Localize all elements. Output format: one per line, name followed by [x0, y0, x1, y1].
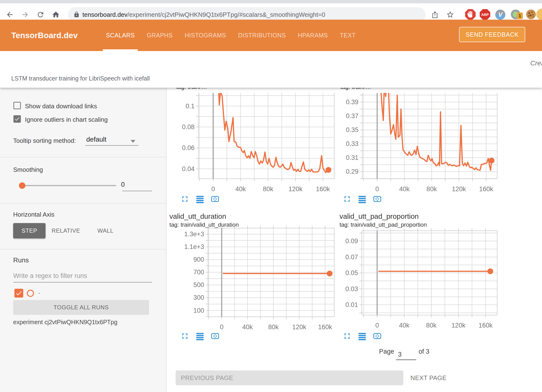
refresh-icon[interactable]: [36, 11, 45, 19]
chart-bl-title: valid_utt_duration: [169, 212, 226, 220]
run-color-swatch[interactable]: [27, 290, 34, 297]
show-download-links-checkbox[interactable]: [13, 102, 21, 109]
toggle-y-axis-icon[interactable]: [358, 195, 367, 204]
svg-text:0.05: 0.05: [345, 269, 358, 277]
smoothing-value-input[interactable]: 0: [121, 181, 131, 188]
chevron-down-icon[interactable]: [131, 140, 135, 143]
svg-text:40k: 40k: [399, 322, 409, 329]
svg-text:0.29: 0.29: [346, 168, 358, 175]
toggle-all-runs-button[interactable]: TOGGLE ALL RUNS: [13, 300, 149, 315]
fit-domain-icon[interactable]: [211, 332, 219, 341]
experiment-info-panel: Crea LSTM transducer training for LibriS…: [0, 51, 542, 88]
svg-text:500: 500: [193, 281, 204, 288]
svg-text:0.09: 0.09: [345, 237, 358, 245]
svg-text:0.1: 0.1: [185, 103, 195, 110]
page-input-underline: [396, 359, 416, 360]
toggle-y-axis-icon[interactable]: [196, 332, 204, 341]
experiment-description: LSTM transducer training for LibriSpeech…: [11, 75, 150, 82]
extension-v-icon[interactable]: V: [495, 9, 506, 21]
smoothing-label: Smoothing: [13, 166, 43, 173]
app-header: TensorBoard.dev SCALARS GRAPHS HISTOGRAM…: [0, 20, 542, 51]
horizontal-axis-label: Horizontal Axis: [13, 211, 54, 218]
home-icon[interactable]: [52, 11, 60, 19]
ignore-outliers-label: Ignore outliers in chart scaling: [25, 116, 108, 123]
svg-text:0.08: 0.08: [182, 123, 195, 131]
svg-text:0.33: 0.33: [346, 140, 358, 147]
fullscreen-icon[interactable]: [180, 195, 189, 204]
chart-plot-tl[interactable]: 0.10.080.060.04040k80k120k160k: [165, 93, 338, 193]
page-number-input[interactable]: [396, 350, 416, 359]
svg-text:1.1e+3: 1.1e+3: [184, 243, 204, 250]
chart-plot-bl[interactable]: 1.3e+31.1e+3900700500300100040k80k120k16…: [165, 225, 338, 331]
svg-text:0.39: 0.39: [346, 98, 358, 106]
fit-domain-icon[interactable]: [211, 195, 219, 204]
browser-tab-strip: [0, 0, 542, 3]
svg-text:0.35: 0.35: [346, 126, 358, 133]
chart-br-tag: tag: train/valid_utt_pad_proportion: [340, 221, 427, 228]
svg-text:40k: 40k: [242, 323, 253, 331]
svg-text:80k: 80k: [263, 185, 273, 193]
fullscreen-icon[interactable]: [180, 332, 189, 341]
previous-page-button[interactable]: PREVIOUS PAGE: [176, 370, 403, 385]
svg-text:40k: 40k: [235, 185, 246, 193]
chart-plot-br[interactable]: 0.090.070.050.030.01040k80k120k160k: [337, 227, 501, 331]
chart-plot-tr[interactable]: 0.390.370.350.330.310.29040k80k120k160k: [337, 93, 501, 193]
tab-histograms[interactable]: HISTOGRAMS: [182, 20, 229, 51]
svg-text:0.37: 0.37: [346, 112, 358, 120]
svg-text:700: 700: [193, 269, 204, 276]
extension-cookie-icon[interactable]: [526, 9, 537, 21]
tab-graphs[interactable]: GRAPHS: [144, 20, 176, 51]
share-icon[interactable]: [431, 11, 439, 19]
axis-step-button[interactable]: STEP: [13, 223, 46, 238]
axis-wall-button[interactable]: WALL: [90, 223, 121, 238]
send-feedback-button[interactable]: SEND FEEDBACK: [459, 27, 525, 42]
ignore-outliers-checkbox[interactable]: [13, 115, 21, 123]
svg-text:120k: 120k: [288, 185, 303, 193]
app-logo: TensorBoard.dev: [11, 20, 78, 51]
svg-text:80k: 80k: [427, 185, 437, 193]
svg-text:120k: 120k: [451, 322, 466, 329]
settings-sidebar: Show data download links Ignore outliers…: [0, 88, 166, 392]
chart-tl-actions: [180, 195, 219, 204]
fit-domain-icon[interactable]: [373, 195, 382, 204]
url-path: /experiment/cj2vtPiwQHKN9Q1tx6PTpg/#scal…: [127, 11, 325, 18]
toggle-y-axis-icon[interactable]: [196, 195, 204, 204]
back-icon[interactable]: [6, 11, 14, 19]
next-page-button[interactable]: NEXT PAGE: [410, 370, 447, 385]
smoothing-slider-track[interactable]: [22, 185, 116, 186]
bookmark-star-icon[interactable]: [446, 11, 454, 19]
svg-text:100: 100: [193, 307, 204, 314]
svg-text:120k: 120k: [292, 323, 306, 331]
browser-toolbar: tensorboard.dev/experiment/cj2vtPiwQHKN9…: [0, 3, 542, 20]
svg-text:0.03: 0.03: [345, 285, 358, 293]
tooltip-sort-dropdown[interactable]: default: [86, 136, 106, 143]
svg-text:120k: 120k: [452, 185, 466, 193]
fullscreen-icon[interactable]: [343, 332, 352, 341]
svg-text:900: 900: [193, 256, 204, 263]
run-checkbox[interactable]: [14, 289, 23, 298]
runs-filter-underline: [13, 282, 152, 282]
extension-stop-hand-icon[interactable]: [465, 9, 476, 20]
axis-relative-button[interactable]: RELATIVE: [50, 223, 81, 238]
fit-domain-icon[interactable]: [373, 332, 382, 341]
experiment-id-label: experiment cj2vtPiwQHKN9Q1tx6PTpg: [13, 319, 117, 326]
show-download-links-label: Show data download links: [25, 103, 97, 110]
tab-scalars[interactable]: SCALARS: [103, 20, 138, 51]
tooltip-sort-underline: [85, 145, 138, 146]
svg-text:ABP: ABP: [481, 12, 489, 17]
fullscreen-icon[interactable]: [343, 195, 352, 204]
tab-text[interactable]: TEXT: [337, 20, 359, 51]
svg-text:0.07: 0.07: [345, 254, 358, 261]
svg-text:0: 0: [375, 185, 379, 193]
svg-text:160k: 160k: [318, 323, 332, 331]
runs-filter-input[interactable]: [13, 270, 152, 281]
tab-distributions[interactable]: DISTRIBUTIONS: [235, 20, 289, 51]
smoothing-value-underline: [122, 191, 152, 191]
svg-text:1.3e+3: 1.3e+3: [184, 231, 204, 238]
extension-abp-icon[interactable]: ABP: [479, 9, 491, 20]
svg-text:V: V: [498, 11, 503, 18]
forward-icon[interactable]: [21, 11, 29, 19]
smoothing-slider-knob[interactable]: [19, 182, 25, 189]
toggle-y-axis-icon[interactable]: [358, 332, 367, 341]
tab-hparams[interactable]: HPARAMS: [295, 20, 331, 51]
